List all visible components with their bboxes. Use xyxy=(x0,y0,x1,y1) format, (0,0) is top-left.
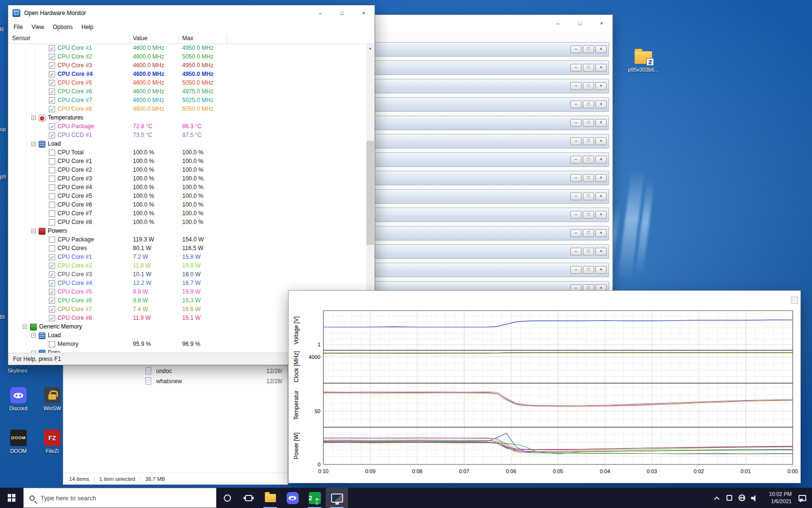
sensor-checkbox[interactable]: ✓ xyxy=(49,54,55,60)
worker-minimize-button[interactable]: – xyxy=(570,156,581,164)
maximize-button[interactable]: □ xyxy=(569,15,591,31)
column-header-max[interactable]: Max xyxy=(182,35,193,42)
ohm-titlebar[interactable]: Open Hardware Monitor – □ × xyxy=(8,5,375,21)
worker-close-button[interactable]: × xyxy=(595,156,607,164)
sensor-checkbox[interactable]: ✓ xyxy=(49,315,55,321)
worker-restore-button[interactable]: □ xyxy=(583,229,594,237)
prime95-titlebar[interactable]: – □ × xyxy=(361,15,612,31)
tree-expander[interactable]: - xyxy=(31,351,36,353)
tree-sensor-row[interactable]: ✓CPU Core #64600.0 MHz4975.0 MHz xyxy=(8,88,375,96)
worker-minimize-button[interactable]: – xyxy=(570,193,581,200)
tree-sensor-row[interactable]: CPU Core #2100.0 %100.0 % xyxy=(8,166,375,175)
menu-item-view[interactable]: View xyxy=(27,22,48,32)
tree-sensor-row[interactable]: ✓CPU Core #412.2 W16.7 W xyxy=(8,279,375,288)
taskbar-app-ohm[interactable] xyxy=(326,488,348,508)
worker-minimize-button[interactable]: – xyxy=(570,174,581,182)
taskbar-app-discord[interactable] xyxy=(281,488,304,508)
worker-window-titlebar[interactable]: –□× xyxy=(363,189,609,204)
minimize-button[interactable]: – xyxy=(547,15,569,31)
worker-restore-button[interactable]: □ xyxy=(583,174,594,182)
tree-sensor-row[interactable]: ✓CPU Core #14600.0 MHz4950.0 MHz xyxy=(8,44,375,53)
tree-expander[interactable]: - xyxy=(31,333,36,338)
worker-close-button[interactable]: × xyxy=(595,137,607,145)
tree-sensor-row[interactable]: ✓CPU Core #34600.0 MHz4950.0 MHz xyxy=(8,61,375,70)
worker-minimize-button[interactable]: – xyxy=(570,211,581,219)
tree-expander[interactable]: - xyxy=(23,325,27,329)
tree-sensor-row[interactable]: ✓CPU Core #310.1 W16.0 W xyxy=(8,270,375,279)
sensor-checkbox[interactable]: ✓ xyxy=(49,89,55,95)
tray-app-button[interactable] xyxy=(723,488,736,508)
sensor-checkbox[interactable] xyxy=(49,245,55,252)
tree-sensor-row[interactable]: ✓CPU Core #24600.0 MHz5050.0 MHz xyxy=(8,53,375,61)
worker-restore-button[interactable]: □ xyxy=(583,137,594,145)
worker-restore-button[interactable]: □ xyxy=(583,64,594,72)
worker-window-titlebar[interactable]: –□× xyxy=(363,171,609,185)
sensor-checkbox[interactable]: ✓ xyxy=(49,254,55,260)
tree-sensor-row[interactable]: CPU Total100.0 %100.0 % xyxy=(8,149,375,157)
maximize-button[interactable]: □ xyxy=(331,5,353,21)
scrollbar-thumb[interactable] xyxy=(366,141,374,245)
worker-restore-button[interactable]: □ xyxy=(583,82,594,90)
worker-window-titlebar[interactable]: –□× xyxy=(363,226,609,240)
scroll-up-arrow[interactable]: ▲ xyxy=(366,44,374,52)
task-view-button[interactable] xyxy=(238,488,259,508)
sensor-checkbox[interactable]: ✓ xyxy=(49,97,55,104)
action-center-button[interactable] xyxy=(793,488,812,508)
worker-close-button[interactable]: × xyxy=(595,174,607,182)
sensor-checkbox[interactable]: ✓ xyxy=(49,123,55,130)
sensor-checkbox[interactable]: ✓ xyxy=(49,306,55,313)
sensor-checkbox[interactable]: ✓ xyxy=(49,298,55,304)
worker-window-titlebar[interactable]: –□× xyxy=(363,152,609,167)
worker-close-button[interactable]: × xyxy=(595,64,607,72)
worker-close-button[interactable]: × xyxy=(595,229,607,237)
sensor-checkbox[interactable]: ✓ xyxy=(49,45,55,51)
sensor-checkbox[interactable]: ✓ xyxy=(49,132,55,138)
taskbar-search[interactable]: Type here to search xyxy=(23,488,217,508)
worker-window-titlebar[interactable]: –□× xyxy=(363,79,609,93)
worker-minimize-button[interactable]: – xyxy=(570,137,581,145)
sensor-checkbox[interactable] xyxy=(49,210,55,217)
worker-window-titlebar[interactable]: –□× xyxy=(363,97,609,112)
desktop-icon-doom[interactable]: DOOM DOOM xyxy=(1,430,36,454)
worker-window-titlebar[interactable]: –□× xyxy=(363,60,609,75)
close-button[interactable]: × xyxy=(353,5,375,21)
sensor-checkbox[interactable] xyxy=(49,202,55,208)
sensor-checkbox[interactable] xyxy=(49,193,55,199)
tree-sensor-row[interactable]: CPU Cores80.1 W116.5 W xyxy=(8,244,375,253)
sensor-checkbox[interactable] xyxy=(49,237,55,243)
sensor-checkbox[interactable] xyxy=(49,341,55,347)
tree-sensor-row[interactable]: CPU Core #4100.0 %100.0 % xyxy=(8,183,375,192)
start-button[interactable] xyxy=(0,488,23,508)
hidden-icons-button[interactable] xyxy=(710,488,723,508)
menu-item-help[interactable]: Help xyxy=(77,22,98,32)
sensor-checkbox[interactable]: ✓ xyxy=(49,80,55,86)
worker-minimize-button[interactable]: – xyxy=(570,119,581,127)
taskbar-clock[interactable]: 10:02 PM 1/6/2021 xyxy=(761,491,793,506)
worker-close-button[interactable]: × xyxy=(595,266,607,274)
worker-close-button[interactable]: × xyxy=(595,211,607,219)
sensor-checkbox[interactable]: ✓ xyxy=(49,280,55,286)
tree-sensor-row[interactable]: CPU Package119.3 W154.0 W xyxy=(8,236,375,244)
sensor-checkbox[interactable] xyxy=(49,167,55,173)
column-headers[interactable]: Sensor Value Max xyxy=(8,33,375,44)
worker-window-titlebar[interactable]: –□× xyxy=(363,134,609,149)
worker-minimize-button[interactable]: – xyxy=(570,229,581,237)
sensor-checkbox[interactable]: ✓ xyxy=(49,271,55,278)
tree-sensor-row[interactable]: ✓CPU Core #54600.0 MHz5050.0 MHz xyxy=(8,79,375,88)
worker-restore-button[interactable]: □ xyxy=(583,211,594,219)
desktop-icon-skylines[interactable]: Skylines xyxy=(0,368,35,374)
volume-button[interactable] xyxy=(748,488,761,508)
worker-close-button[interactable]: × xyxy=(595,101,607,108)
worker-minimize-button[interactable]: – xyxy=(570,45,581,53)
worker-window-titlebar[interactable]: –□× xyxy=(363,116,609,130)
taskbar-app-file-explorer[interactable] xyxy=(259,488,281,508)
worker-restore-button[interactable]: □ xyxy=(583,193,594,200)
worker-close-button[interactable]: × xyxy=(595,248,607,255)
cortana-button[interactable] xyxy=(217,488,238,508)
tree-sensor-row[interactable]: ✓CPU Core #211.8 W19.8 W xyxy=(8,262,375,270)
sensor-checkbox[interactable] xyxy=(49,184,55,191)
worker-restore-button[interactable]: □ xyxy=(583,101,594,108)
worker-close-button[interactable]: × xyxy=(595,193,607,200)
worker-restore-button[interactable]: □ xyxy=(583,248,594,255)
desktop-icon-discord[interactable]: Discord xyxy=(1,387,36,411)
